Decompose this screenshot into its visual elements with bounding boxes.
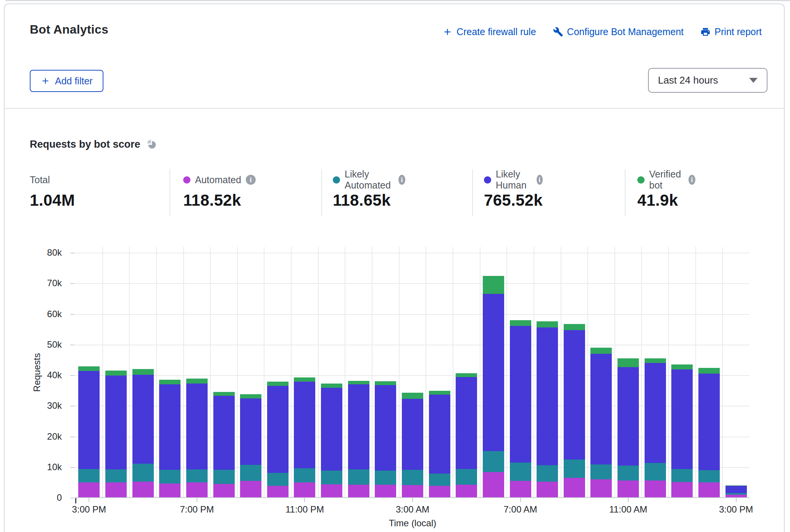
- bar-segment-likely-human[interactable]: [375, 385, 396, 471]
- print-report-link[interactable]: Print report: [700, 26, 762, 37]
- bar-segment-likely-automated[interactable]: [483, 451, 504, 472]
- bar-segment-likely-automated[interactable]: [186, 469, 208, 482]
- bar-segment-likely-human[interactable]: [321, 388, 342, 471]
- bar-segment-likely-automated[interactable]: [698, 470, 720, 482]
- bar-segment-likely-automated[interactable]: [564, 459, 585, 477]
- bar-segment-likely-automated[interactable]: [402, 470, 423, 485]
- bar-segment-verified-bot[interactable]: [617, 358, 639, 367]
- bar-segment-automated[interactable]: [186, 482, 208, 497]
- bar-segment-likely-human[interactable]: [698, 374, 720, 470]
- bar-segment-verified-bot[interactable]: [483, 276, 504, 294]
- bar-segment-likely-human[interactable]: [213, 396, 235, 470]
- bar-segment-automated[interactable]: [240, 481, 261, 497]
- bar-segment-verified-bot[interactable]: [78, 366, 100, 371]
- bar-segment-likely-human[interactable]: [78, 371, 100, 469]
- bar-segment-likely-automated[interactable]: [159, 470, 181, 484]
- bar-segment-likely-human[interactable]: [240, 398, 261, 465]
- bar-segment-automated[interactable]: [429, 486, 450, 497]
- bar-segment-automated[interactable]: [698, 482, 720, 497]
- bar-segment-automated[interactable]: [402, 485, 423, 497]
- bar-segment-likely-human[interactable]: [590, 354, 612, 464]
- bar-segment-verified-bot[interactable]: [267, 382, 289, 386]
- bar-segment-verified-bot[interactable]: [294, 377, 315, 381]
- bar-segment-likely-human[interactable]: [537, 327, 558, 465]
- bar-segment-automated[interactable]: [132, 482, 154, 497]
- bar-segment-automated[interactable]: [645, 480, 666, 497]
- bar-segment-likely-automated[interactable]: [726, 493, 747, 495]
- bar-segment-verified-bot[interactable]: [456, 373, 477, 377]
- bar-segment-automated[interactable]: [294, 482, 315, 497]
- bar-segment-likely-human[interactable]: [510, 326, 531, 463]
- bar-segment-automated[interactable]: [78, 482, 100, 497]
- bar-segment-likely-human[interactable]: [402, 399, 423, 470]
- bar-segment-likely-automated[interactable]: [321, 471, 342, 484]
- bar-segment-likely-automated[interactable]: [78, 469, 100, 482]
- bar-segment-likely-automated[interactable]: [590, 464, 612, 479]
- bar-segment-verified-bot[interactable]: [105, 371, 127, 376]
- bar-segment-automated[interactable]: [267, 486, 289, 497]
- bar-segment-automated[interactable]: [537, 482, 558, 497]
- bar-segment-likely-human[interactable]: [483, 294, 504, 451]
- bar-segment-likely-automated[interactable]: [105, 469, 127, 483]
- bar-segment-automated[interactable]: [671, 482, 693, 497]
- bar-segment-likely-automated[interactable]: [132, 464, 154, 482]
- bar-segment-automated[interactable]: [483, 472, 504, 497]
- bar-segment-likely-human[interactable]: [671, 369, 693, 469]
- bar-segment-verified-bot[interactable]: [564, 324, 585, 330]
- bar-segment-likely-automated[interactable]: [240, 465, 261, 481]
- bar-segment-likely-human[interactable]: [267, 386, 289, 473]
- info-icon[interactable]: i: [688, 175, 696, 185]
- bar-segment-automated[interactable]: [510, 481, 531, 497]
- bar-segment-verified-bot[interactable]: [590, 348, 612, 354]
- bar-segment-automated[interactable]: [726, 495, 747, 497]
- bar-segment-likely-automated[interactable]: [267, 473, 289, 486]
- bar-segment-verified-bot[interactable]: [132, 369, 154, 375]
- bar-segment-automated[interactable]: [321, 484, 342, 498]
- info-icon[interactable]: i: [246, 175, 256, 185]
- bar-segment-automated[interactable]: [375, 485, 396, 497]
- bar-segment-likely-human[interactable]: [456, 377, 477, 469]
- time-range-select[interactable]: Last 24 hours: [648, 68, 767, 93]
- bar-segment-likely-automated[interactable]: [645, 463, 666, 480]
- bar-segment-verified-bot[interactable]: [510, 320, 531, 326]
- bar-segment-likely-automated[interactable]: [294, 468, 315, 482]
- bar-segment-likely-human[interactable]: [105, 376, 127, 469]
- create-firewall-rule-link[interactable]: Create firewall rule: [442, 26, 536, 37]
- bar-segment-verified-bot[interactable]: [321, 384, 342, 387]
- bar-segment-automated[interactable]: [213, 484, 235, 497]
- info-icon[interactable]: i: [398, 175, 405, 185]
- bar-segment-likely-human[interactable]: [564, 330, 585, 459]
- bar-segment-automated[interactable]: [105, 482, 127, 497]
- add-filter-button[interactable]: Add filter: [30, 70, 103, 92]
- bar-segment-verified-bot[interactable]: [402, 393, 423, 398]
- bar-segment-verified-bot[interactable]: [645, 358, 666, 363]
- bar-segment-verified-bot[interactable]: [726, 485, 747, 486]
- bar-segment-likely-automated[interactable]: [348, 469, 369, 485]
- info-icon[interactable]: i: [537, 175, 543, 185]
- bar-segment-likely-human[interactable]: [186, 384, 208, 469]
- bar-segment-automated[interactable]: [590, 479, 612, 497]
- bar-segment-likely-automated[interactable]: [617, 466, 639, 480]
- bar-segment-likely-automated[interactable]: [671, 469, 693, 482]
- bar-segment-likely-human[interactable]: [726, 486, 747, 493]
- bar-segment-likely-automated[interactable]: [213, 470, 235, 484]
- configure-bot-management-link[interactable]: Configure Bot Management: [553, 26, 684, 37]
- bar-segment-automated[interactable]: [456, 485, 477, 497]
- bar-segment-verified-bot[interactable]: [186, 379, 208, 384]
- bar-segment-likely-automated[interactable]: [510, 463, 531, 480]
- bar-segment-automated[interactable]: [617, 480, 639, 497]
- bar-segment-automated[interactable]: [564, 478, 585, 497]
- bar-segment-verified-bot[interactable]: [698, 368, 720, 374]
- bar-segment-likely-human[interactable]: [348, 384, 369, 469]
- bar-segment-likely-automated[interactable]: [456, 469, 477, 485]
- bar-segment-likely-human[interactable]: [645, 363, 666, 463]
- bar-segment-verified-bot[interactable]: [240, 394, 261, 398]
- bar-segment-likely-automated[interactable]: [537, 465, 558, 482]
- bar-segment-verified-bot[interactable]: [429, 391, 450, 395]
- bar-segment-likely-automated[interactable]: [375, 471, 396, 485]
- bar-segment-automated[interactable]: [159, 484, 181, 497]
- bar-segment-verified-bot[interactable]: [671, 364, 693, 370]
- bar-segment-likely-human[interactable]: [294, 382, 315, 468]
- bar-segment-likely-human[interactable]: [132, 375, 154, 464]
- bar-segment-likely-human[interactable]: [429, 395, 450, 474]
